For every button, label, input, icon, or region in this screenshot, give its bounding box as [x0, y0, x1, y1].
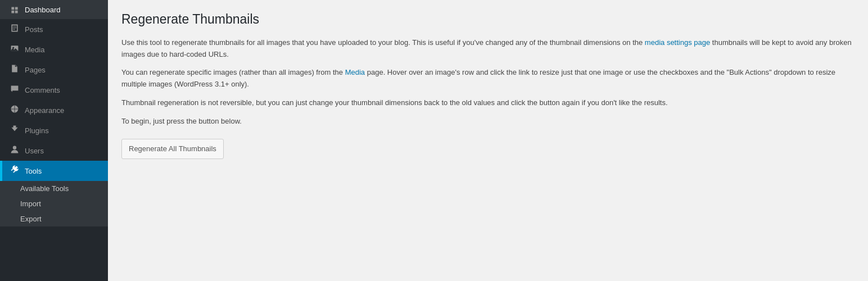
sidebar-item-label: Posts — [25, 25, 43, 34]
sidebar-item-media[interactable]: Media — [0, 39, 108, 60]
appearance-icon — [9, 105, 20, 116]
sidebar-sub-item-export[interactable]: Export — [0, 211, 108, 226]
media-settings-link[interactable]: media settings page — [645, 38, 710, 47]
tools-icon — [9, 165, 20, 176]
sidebar-item-appearance[interactable]: Appearance — [0, 100, 108, 120]
sidebar-item-label: Comments — [25, 86, 60, 94]
sidebar-item-tools[interactable]: Tools — [0, 161, 108, 181]
pages-icon — [9, 64, 20, 75]
tools-submenu: Available Tools Import Export — [0, 181, 108, 226]
sidebar-item-label: Pages — [25, 66, 46, 74]
sidebar-item-users[interactable]: Users — [0, 140, 108, 161]
sidebar-item-label: Users — [25, 147, 44, 155]
paragraph-2: You can regenerate specific images (rath… — [121, 67, 852, 90]
posts-icon — [9, 24, 20, 35]
sidebar-sub-item-import[interactable]: Import — [0, 196, 108, 211]
regenerate-all-button[interactable]: Regenerate All Thumbnails — [121, 139, 224, 159]
page-title: Regenerate Thumbnails — [121, 11, 855, 28]
comments-icon — [9, 84, 20, 96]
sidebar-item-label: Dashboard — [25, 6, 61, 14]
paragraph-1: Use this tool to regenerate thumbnails f… — [121, 37, 852, 61]
paragraph-4: To begin, just press the button below. — [121, 116, 852, 128]
media-link[interactable]: Media — [345, 68, 365, 76]
sidebar-item-dashboard[interactable]: Dashboard — [0, 0, 108, 19]
paragraph-3: Thumbnail regeneration is not reversible… — [121, 97, 852, 109]
paragraph-2-start: You can regenerate specific images (rath… — [121, 68, 345, 76]
dashboard-icon — [9, 4, 20, 15]
sidebar-item-plugins[interactable]: Plugins — [0, 120, 108, 140]
sidebar: Dashboard Posts Media Pages Comments App… — [0, 0, 108, 281]
paragraph-1-start: Use this tool to regenerate thumbnails f… — [121, 38, 645, 47]
plugins-icon — [9, 125, 20, 136]
sidebar-item-label: Plugins — [25, 126, 49, 135]
sidebar-item-label: Tools — [25, 167, 42, 175]
sidebar-item-pages[interactable]: Pages — [0, 60, 108, 80]
sidebar-item-comments[interactable]: Comments — [0, 80, 108, 100]
sidebar-sub-item-available-tools[interactable]: Available Tools — [0, 181, 108, 196]
sidebar-item-posts[interactable]: Posts — [0, 19, 108, 39]
users-icon — [9, 145, 20, 156]
svg-point-1 — [12, 47, 14, 49]
sidebar-item-label: Appearance — [25, 106, 64, 115]
media-icon — [9, 44, 20, 55]
main-content: Regenerate Thumbnails Use this tool to r… — [108, 0, 868, 281]
svg-point-3 — [13, 146, 16, 149]
sidebar-item-label: Media — [25, 46, 44, 54]
